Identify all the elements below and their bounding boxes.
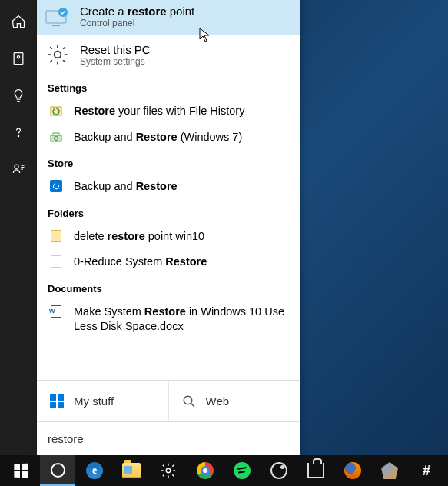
taskbar: # bbox=[0, 455, 448, 486]
result-item[interactable]: Backup and Restore bbox=[37, 174, 300, 200]
firefox-button[interactable] bbox=[335, 455, 370, 486]
svg-point-2 bbox=[18, 135, 18, 136]
result-item[interactable]: Backup and Restore (Windows 7) bbox=[37, 125, 300, 151]
category-header-documents: Documents bbox=[37, 275, 300, 299]
result-item[interactable]: delete restore point win10 bbox=[37, 224, 300, 250]
svg-point-11 bbox=[184, 396, 192, 404]
result-best-match[interactable]: Create a restore point Control panel bbox=[37, 0, 300, 35]
result-text: Reset this PC System settings bbox=[80, 43, 151, 67]
restore-icon bbox=[49, 104, 63, 118]
svg-point-7 bbox=[55, 52, 61, 58]
chrome-button[interactable] bbox=[187, 455, 223, 486]
store-button[interactable] bbox=[298, 455, 334, 486]
system-restore-icon bbox=[45, 5, 71, 28]
svg-point-12 bbox=[166, 468, 171, 473]
scope-tabs: My stuff Web bbox=[37, 380, 300, 421]
home-icon[interactable] bbox=[11, 14, 26, 29]
search-results: Create a restore point Control panel Res… bbox=[37, 0, 300, 380]
windows-icon bbox=[49, 394, 65, 409]
search-panel: Create a restore point Control panel Res… bbox=[37, 0, 300, 455]
store-app-icon bbox=[49, 179, 63, 193]
word-doc-icon bbox=[49, 305, 63, 318]
category-header-store: Store bbox=[37, 150, 300, 174]
result-text: Create a restore point Control panel bbox=[80, 5, 194, 28]
scope-label: My stuff bbox=[74, 394, 114, 408]
slack-button[interactable]: # bbox=[409, 455, 444, 486]
svg-rect-5 bbox=[52, 25, 60, 26]
result-item[interactable]: Make System Restore in Windows 10 Use Le… bbox=[37, 299, 300, 340]
settings-button[interactable] bbox=[151, 455, 186, 486]
svg-point-1 bbox=[17, 56, 19, 58]
search-input[interactable] bbox=[48, 432, 289, 445]
cortana-button[interactable] bbox=[40, 455, 75, 486]
gear-icon bbox=[45, 42, 71, 67]
notebook-icon[interactable] bbox=[11, 51, 26, 66]
spotify-button[interactable] bbox=[224, 455, 260, 486]
media-button[interactable] bbox=[261, 455, 297, 486]
app-button[interactable] bbox=[372, 455, 407, 486]
folder-icon bbox=[49, 229, 63, 243]
backup-icon bbox=[49, 130, 63, 144]
search-icon bbox=[181, 394, 197, 409]
result-item[interactable]: Restore your files with File History bbox=[37, 98, 300, 125]
svg-point-3 bbox=[15, 165, 18, 168]
scope-label: Web bbox=[206, 394, 230, 408]
category-header-folders: Folders bbox=[37, 200, 300, 224]
folder-icon bbox=[49, 255, 63, 268]
search-box[interactable] bbox=[37, 421, 300, 455]
edge-button[interactable] bbox=[77, 455, 112, 486]
explorer-button[interactable] bbox=[114, 455, 149, 486]
cortana-rail bbox=[0, 0, 37, 455]
result-item[interactable]: 0-Reduce System Restore bbox=[37, 249, 300, 275]
feedback-icon[interactable] bbox=[11, 161, 26, 177]
lightbulb-icon[interactable] bbox=[11, 88, 26, 103]
start-button[interactable] bbox=[3, 455, 38, 486]
scope-web[interactable]: Web bbox=[168, 381, 300, 421]
result-item[interactable]: Reset this PC System settings bbox=[37, 35, 300, 75]
category-header-settings: Settings bbox=[37, 75, 300, 98]
help-icon[interactable] bbox=[11, 125, 26, 140]
scope-mystuff[interactable]: My stuff bbox=[37, 381, 168, 421]
